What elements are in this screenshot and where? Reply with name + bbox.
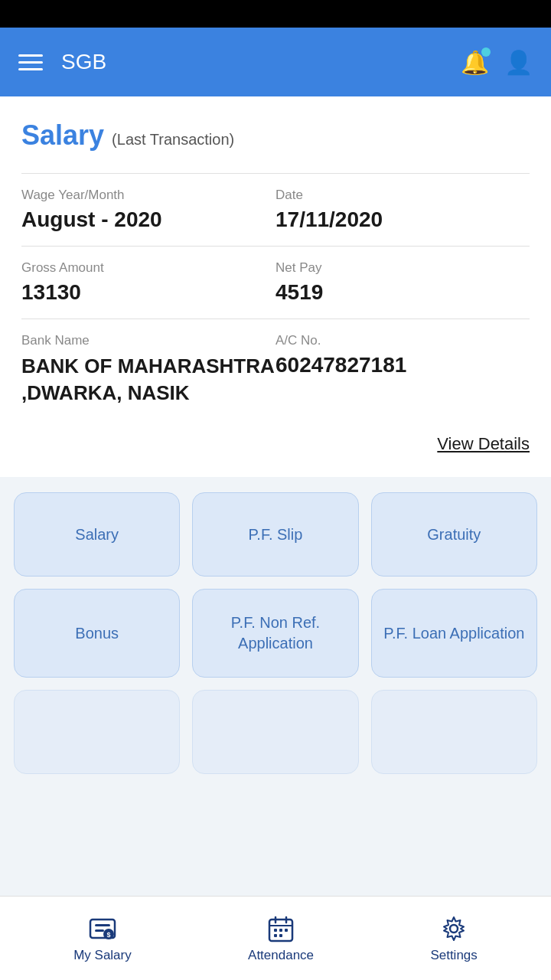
pf-non-ref-button[interactable]: P.F. Non Ref. Application bbox=[192, 589, 358, 678]
svg-rect-2 bbox=[95, 929, 104, 932]
bank-name-cell: Bank Name BANK OF MAHARASHTRA ,DWARKA, N… bbox=[21, 333, 276, 407]
wage-year-label: Wage Year/Month bbox=[21, 188, 276, 203]
pf-loan-button[interactable]: P.F. Loan Application bbox=[371, 589, 537, 678]
page-title: Salary bbox=[21, 119, 104, 152]
date-value: 17/11/2020 bbox=[276, 207, 530, 232]
gross-amount-value: 13130 bbox=[21, 280, 276, 305]
bottom-nav: $ My Salary Attendance Settings bbox=[0, 896, 551, 980]
gross-amount-label: Gross Amount bbox=[21, 260, 276, 276]
header: SGB 🔔 👤 bbox=[0, 28, 551, 96]
menu-button[interactable] bbox=[18, 54, 43, 70]
svg-rect-9 bbox=[274, 929, 277, 932]
net-pay-label: Net Pay bbox=[276, 260, 530, 276]
page-subtitle: (Last Transaction) bbox=[112, 131, 234, 149]
app-title: SGB bbox=[61, 50, 106, 74]
svg-text:$: $ bbox=[106, 931, 110, 939]
pf-slip-button[interactable]: P.F. Slip bbox=[192, 492, 358, 577]
notification-bell[interactable]: 🔔 bbox=[461, 49, 489, 76]
ac-no-value: 60247827181 bbox=[276, 353, 530, 377]
gross-netpay-row: Gross Amount 13130 Net Pay 4519 bbox=[21, 246, 530, 318]
nav-label-attendance: Attendance bbox=[248, 948, 314, 963]
grid-row-2: Bonus P.F. Non Ref. Application P.F. Loa… bbox=[14, 589, 537, 678]
wage-year-value: August - 2020 bbox=[21, 207, 276, 232]
grid-btn-3-3[interactable] bbox=[371, 690, 537, 774]
view-details-row: View Details bbox=[21, 420, 530, 462]
svg-rect-12 bbox=[274, 934, 277, 937]
grid-section: Salary P.F. Slip Gratuity Bonus P.F. Non… bbox=[0, 477, 551, 794]
date-cell: Date 17/11/2020 bbox=[276, 188, 530, 232]
net-pay-value: 4519 bbox=[276, 280, 530, 305]
wage-date-row: Wage Year/Month August - 2020 Date 17/11… bbox=[21, 173, 530, 246]
status-bar bbox=[0, 0, 551, 28]
notification-dot bbox=[481, 47, 491, 57]
header-actions: 🔔 👤 bbox=[461, 49, 533, 76]
ac-no-label: A/C No. bbox=[276, 333, 530, 348]
svg-rect-11 bbox=[285, 929, 288, 932]
nav-label-my-salary: My Salary bbox=[73, 948, 132, 963]
profile-icon[interactable]: 👤 bbox=[504, 49, 533, 76]
grid-btn-3-1[interactable] bbox=[14, 690, 180, 774]
bank-name-label: Bank Name bbox=[21, 333, 276, 348]
grid-row-3 bbox=[14, 690, 537, 774]
gratuity-button[interactable]: Gratuity bbox=[371, 492, 537, 577]
salary-button[interactable]: Salary bbox=[14, 492, 180, 577]
svg-rect-10 bbox=[279, 929, 282, 932]
svg-rect-13 bbox=[279, 934, 282, 937]
salary-icon: $ bbox=[88, 914, 117, 943]
view-details-link[interactable]: View Details bbox=[437, 434, 530, 454]
nav-label-settings: Settings bbox=[430, 948, 477, 963]
grid-row-1: Salary P.F. Slip Gratuity bbox=[14, 492, 537, 577]
attendance-icon bbox=[266, 914, 295, 943]
svg-point-14 bbox=[450, 925, 458, 933]
bank-ac-row: Bank Name BANK OF MAHARASHTRA ,DWARKA, N… bbox=[21, 318, 530, 420]
main-content: Salary (Last Transaction) Wage Year/Mont… bbox=[0, 96, 551, 477]
nav-item-settings[interactable]: Settings bbox=[430, 914, 477, 963]
wage-year-cell: Wage Year/Month August - 2020 bbox=[21, 188, 276, 232]
ac-no-cell: A/C No. 60247827181 bbox=[276, 333, 530, 407]
nav-item-attendance[interactable]: Attendance bbox=[248, 914, 314, 963]
settings-icon bbox=[439, 914, 468, 943]
bank-name-value: BANK OF MAHARASHTRA ,DWARKA, NASIK bbox=[21, 353, 276, 407]
net-pay-cell: Net Pay 4519 bbox=[276, 260, 530, 305]
date-label: Date bbox=[276, 188, 530, 203]
nav-item-my-salary[interactable]: $ My Salary bbox=[73, 914, 132, 963]
grid-btn-3-2[interactable] bbox=[192, 690, 358, 774]
gross-amount-cell: Gross Amount 13130 bbox=[21, 260, 276, 305]
bonus-button[interactable]: Bonus bbox=[14, 589, 180, 678]
page-title-row: Salary (Last Transaction) bbox=[21, 119, 530, 152]
svg-rect-1 bbox=[95, 924, 110, 926]
